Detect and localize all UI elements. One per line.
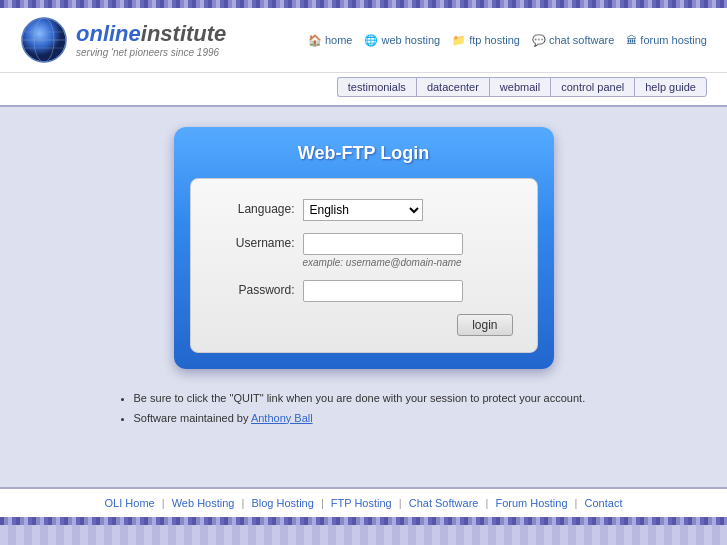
footer-chat-software[interactable]: Chat Software xyxy=(409,497,479,509)
username-row: Username: example: username@domain-name xyxy=(215,233,513,268)
nav-home[interactable]: 🏠 home xyxy=(308,34,353,47)
nav-datacenter[interactable]: datacenter xyxy=(416,77,489,97)
main-content: Web-FTP Login Language: English Username… xyxy=(0,107,727,487)
footer-blog-hosting[interactable]: Blog Hosting xyxy=(251,497,313,509)
nav-control-panel[interactable]: control panel xyxy=(550,77,634,97)
logo-institute: institute xyxy=(141,21,227,46)
logo-tagline: serving 'net pioneers since 1996 xyxy=(76,47,226,58)
logo-text: onlineinstitute xyxy=(76,22,226,46)
footer-web-hosting[interactable]: Web Hosting xyxy=(172,497,235,509)
login-box: Web-FTP Login Language: English Username… xyxy=(174,127,554,369)
username-hint: example: username@domain-name xyxy=(303,257,463,268)
nav-ftp-hosting[interactable]: 📁 ftp hosting xyxy=(452,34,520,47)
login-inner: Language: English Username: example: use… xyxy=(190,178,538,353)
footer-forum-hosting[interactable]: Forum Hosting xyxy=(495,497,567,509)
info-bullet-1: Be sure to click the "QUIT" link when yo… xyxy=(134,389,614,409)
username-input[interactable] xyxy=(303,233,463,255)
header: onlineinstitute serving 'net pioneers si… xyxy=(0,8,727,73)
nav-web-hosting[interactable]: 🌐 web hosting xyxy=(364,34,440,47)
username-label: Username: xyxy=(215,233,295,250)
login-title: Web-FTP Login xyxy=(190,143,538,164)
logo-globe-icon xyxy=(20,16,68,64)
nav-chat-software[interactable]: 💬 chat software xyxy=(532,34,614,47)
anthony-ball-link[interactable]: Anthony Ball xyxy=(251,412,313,424)
logo-online: online xyxy=(76,21,141,46)
username-field-area: example: username@domain-name xyxy=(303,233,463,268)
nav-forum-hosting[interactable]: 🏛 forum hosting xyxy=(626,34,707,46)
language-field-area: English xyxy=(303,199,423,221)
nav-webmail[interactable]: webmail xyxy=(489,77,550,97)
web-hosting-icon: 🌐 xyxy=(364,34,378,47)
password-field-area xyxy=(303,280,463,302)
info-section: Be sure to click the "QUIT" link when yo… xyxy=(114,389,614,429)
top-nav: 🏠 home 🌐 web hosting 📁 ftp hosting 💬 cha… xyxy=(308,34,707,47)
password-label: Password: xyxy=(215,280,295,297)
logo-text-area: onlineinstitute serving 'net pioneers si… xyxy=(76,22,226,57)
info-bullet-2: Software maintained by Anthony Ball xyxy=(134,409,614,429)
top-bar xyxy=(0,0,727,8)
nav-testimonials[interactable]: testimonials xyxy=(337,77,416,97)
nav-help-guide[interactable]: help guide xyxy=(634,77,707,97)
forum-icon: 🏛 xyxy=(626,34,637,46)
secondary-nav: testimonials datacenter webmail control … xyxy=(0,73,727,107)
button-row: login xyxy=(215,314,513,336)
footer-oli-home[interactable]: OLI Home xyxy=(105,497,155,509)
password-row: Password: xyxy=(215,280,513,302)
language-label: Language: xyxy=(215,199,295,216)
footer-contact[interactable]: Contact xyxy=(585,497,623,509)
home-icon: 🏠 xyxy=(308,34,322,47)
language-row: Language: English xyxy=(215,199,513,221)
ftp-hosting-icon: 📁 xyxy=(452,34,466,47)
bottom-bar xyxy=(0,517,727,525)
chat-icon: 💬 xyxy=(532,34,546,47)
password-input[interactable] xyxy=(303,280,463,302)
logo-area: onlineinstitute serving 'net pioneers si… xyxy=(20,16,226,64)
footer-ftp-hosting[interactable]: FTP Hosting xyxy=(331,497,392,509)
footer: OLI Home | Web Hosting | Blog Hosting | … xyxy=(0,487,727,517)
language-select[interactable]: English xyxy=(303,199,423,221)
login-button[interactable]: login xyxy=(457,314,512,336)
